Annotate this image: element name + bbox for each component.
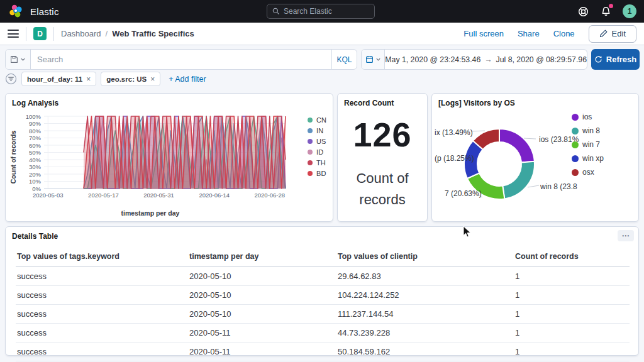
table-cell: 1 (515, 286, 630, 305)
legend-item-win-xp[interactable]: win xp (572, 154, 632, 163)
table-cell: success (16, 286, 189, 305)
saved-query-menu-button[interactable] (6, 50, 31, 69)
legend-item-ios[interactable]: ios (572, 112, 632, 121)
legend-label: US (316, 138, 326, 145)
panel-options-icon[interactable]: ⋯ (618, 230, 634, 241)
legend-dot (572, 114, 579, 121)
donut-slice-win-8[interactable] (502, 162, 535, 199)
table-cell: 2020-05-10 (189, 286, 338, 305)
chart-legend: ioswin 8win 7win xposx (572, 112, 632, 177)
metric-value: 126 (338, 115, 427, 154)
filter-pill[interactable]: hour_of_day: 11× (21, 72, 96, 86)
filter-pill[interactable]: geo.src: US× (101, 72, 160, 86)
breadcrumb-separator: / (106, 29, 108, 38)
legend-item-TH[interactable]: TH (308, 159, 326, 167)
date-range[interactable]: May 1, 2020 @ 23:24:53.46 → Jul 8, 2020 … (385, 50, 587, 69)
panel-title[interactable]: [Logs] Visitors by OS (438, 99, 515, 107)
legend-item-CN[interactable]: CN (308, 116, 326, 124)
app-toolbar: D Dashboard / Web Traffic Specifics Full… (0, 23, 644, 45)
svg-text:50%: 50% (29, 149, 42, 156)
table-cell: 29.64.62.83 (338, 267, 515, 286)
query-input-wrap (31, 50, 331, 69)
table-cell: 104.224.124.252 (338, 286, 515, 305)
slice-callout-winxp: (p (18.25%) (435, 154, 474, 163)
column-header[interactable]: Count of records (515, 247, 630, 267)
table-cell: 1 (515, 343, 630, 361)
table-row[interactable]: success2020-05-1029.64.62.831 (16, 267, 630, 286)
legend-item-osx[interactable]: osx (572, 168, 632, 177)
legend-item-BD[interactable]: BD (308, 170, 326, 177)
legend-item-ID[interactable]: ID (308, 148, 326, 156)
svg-text:2020-06-14: 2020-06-14 (199, 192, 230, 199)
table-cell: success (16, 343, 189, 361)
notifications-bell-icon[interactable] (600, 6, 611, 17)
svg-text:60%: 60% (29, 142, 42, 149)
filter-icon[interactable] (5, 73, 17, 85)
elastic-logo-icon[interactable] (9, 4, 24, 19)
legend-item-win-8[interactable]: win 8 (572, 126, 632, 135)
toolbar-link-full-screen[interactable]: Full screen (464, 29, 504, 38)
legend-item-win-7[interactable]: win 7 (572, 140, 632, 149)
legend-dot (572, 169, 579, 176)
date-start[interactable]: May 1, 2020 @ 23:24:53.46 (385, 55, 480, 64)
table-row[interactable]: success2020-05-1150.184.59.1621 (16, 343, 630, 361)
column-header[interactable]: Top values of tags.keyword (16, 247, 189, 267)
svg-text:10%: 10% (29, 178, 42, 185)
area-chart[interactable]: 0%10%20%30%40%50%60%70%80%90%100%2020-05… (16, 111, 292, 206)
legend-label: win 8 (582, 126, 600, 135)
panel-title[interactable]: Details Table (12, 232, 58, 241)
table-cell: success (16, 324, 189, 343)
column-header[interactable]: Top values of clientip (338, 247, 515, 267)
user-avatar[interactable]: 1 (623, 4, 636, 18)
panel-title[interactable]: Record Count (344, 99, 394, 107)
arrow-right-icon: → (484, 55, 492, 64)
legend-label: win xp (582, 154, 604, 163)
remove-filter-icon[interactable]: × (150, 75, 155, 84)
header-actions: 1 (577, 0, 636, 23)
table-cell: 1 (515, 267, 630, 286)
remove-filter-icon[interactable]: × (86, 75, 91, 84)
help-icon[interactable] (577, 6, 589, 17)
svg-text:30%: 30% (29, 163, 42, 170)
dashboard-app-icon[interactable]: D (33, 27, 47, 40)
toolbar-link-share[interactable]: Share (518, 29, 540, 38)
panel-title[interactable]: Log Analysis (12, 99, 58, 107)
table-row[interactable]: success2020-05-10111.237.144.541 (16, 305, 630, 324)
svg-text:2020-06-28: 2020-06-28 (255, 192, 286, 199)
legend-dot (572, 141, 579, 148)
calendar-menu-button[interactable] (362, 50, 385, 69)
legend-item-IN[interactable]: IN (308, 127, 326, 134)
table-cell: 50.184.59.162 (338, 343, 515, 361)
legend-dot (308, 171, 313, 176)
menu-hamburger-icon[interactable] (8, 30, 19, 38)
notification-badge (609, 4, 613, 8)
table-cell: 1 (515, 305, 630, 324)
toolbar-actions: Full screenShareClone Edit (464, 25, 636, 43)
table-cell: success (16, 305, 189, 324)
save-icon (10, 55, 18, 63)
edit-button[interactable]: Edit (589, 25, 636, 43)
date-end[interactable]: Jul 8, 2020 @ 08:29:57.96 (496, 55, 587, 64)
add-filter-link[interactable]: + Add filter (169, 75, 206, 84)
table-row[interactable]: success2020-05-10104.224.124.2521 (16, 286, 630, 305)
global-search-input[interactable]: Search Elastic (267, 4, 375, 19)
panel-visitors-by-os: [Logs] Visitors by OS ios (23.81% win 8 … (431, 93, 639, 222)
legend-item-US[interactable]: US (308, 138, 326, 145)
chevron-down-icon (375, 57, 381, 62)
refresh-button[interactable]: Refresh (591, 49, 640, 70)
table-row[interactable]: success2020-05-1144.73.239.2281 (16, 324, 630, 343)
table-cell: 1 (515, 324, 630, 343)
legend-label: ios (582, 112, 592, 121)
kql-language-button[interactable]: KQL (331, 50, 357, 69)
query-search-input[interactable] (37, 55, 325, 64)
breadcrumb-dashboard[interactable]: Dashboard (61, 29, 101, 38)
toolbar-link-clone[interactable]: Clone (553, 29, 575, 38)
table-cell: 2020-05-10 (189, 267, 338, 286)
table-cell: 44.73.239.228 (338, 324, 515, 343)
query-bar: KQL (5, 49, 357, 70)
column-header[interactable]: timestamp per day (189, 247, 338, 267)
panel-log-analysis: Log Analysis Count of records 0%10%20%30… (5, 93, 333, 222)
donut-slice-ios[interactable] (499, 129, 535, 162)
global-search-placeholder: Search Elastic (284, 7, 332, 16)
legend-label: osx (582, 168, 594, 177)
